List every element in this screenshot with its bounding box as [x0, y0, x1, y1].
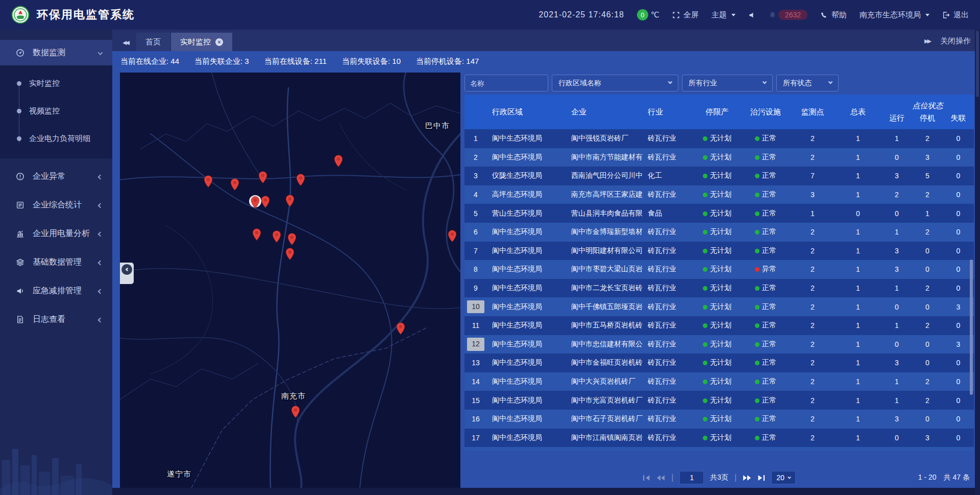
- table-row[interactable]: 13阆中生态环境局阆中市金福旺页岩机砖砖瓦行业无计划正常21300: [464, 353, 974, 372]
- map-marker-pin-icon[interactable]: [252, 228, 261, 241]
- cell-limit-status: 无计划: [694, 340, 741, 349]
- status-select[interactable]: 所有状态: [776, 75, 839, 91]
- cell-region: 阆中生态环境局: [487, 153, 566, 162]
- table-row[interactable]: 2阆中生态环境局阆中市南方节能建材有砖瓦行业无计划正常21030: [464, 148, 974, 167]
- table-row[interactable]: 5营山生态环境局营山县润丰肉食品有限食品无计划正常10010: [464, 204, 974, 223]
- map-marker-pin-icon[interactable]: [291, 406, 300, 418]
- map-marker-pin-icon[interactable]: [396, 322, 405, 335]
- cell-limit-status: 无计划: [694, 265, 741, 274]
- map-marker-pin-icon[interactable]: [296, 174, 305, 186]
- tab-close-icon[interactable]: ×: [215, 38, 223, 46]
- cell-points: 2: [791, 247, 835, 255]
- chevron-down-icon: [925, 14, 929, 16]
- map-marker-pin-icon[interactable]: [251, 196, 260, 209]
- close-operations-button[interactable]: 关闭操作: [940, 36, 971, 46]
- table-row[interactable]: 17阆中生态环境局阆中市江南镇阆南页岩砖瓦行业无计划正常21030: [464, 429, 974, 447]
- map-marker-pin-icon[interactable]: [204, 175, 213, 188]
- sidebar-collapse-button[interactable]: [120, 263, 134, 284]
- help-button[interactable]: 帮助: [820, 10, 847, 20]
- cell-meters: 1: [835, 191, 881, 199]
- org-dropdown[interactable]: 南充市生态环境局: [860, 10, 929, 20]
- table-row[interactable]: 1阆中生态环境局阆中强锐页岩砖厂砖瓦行业无计划正常21120: [464, 129, 974, 148]
- sidebar-subitem-企业电力负荷明细[interactable]: 企业电力负荷明细: [0, 125, 112, 152]
- map-panel[interactable]: 巴中市南充市遂宁市: [120, 73, 460, 488]
- industry-select[interactable]: 所有行业: [682, 75, 773, 91]
- status-dot-green: [703, 380, 707, 384]
- map-marker-pin-icon[interactable]: [287, 233, 297, 246]
- status-dot-green: [703, 230, 707, 234]
- mute-button[interactable]: [748, 11, 756, 19]
- table-row[interactable]: 15阆中生态环境局阆中市光富页岩机砖厂砖瓦行业无计划正常21120: [464, 391, 974, 410]
- tab-实时监控[interactable]: 实时监控×: [171, 33, 232, 51]
- table-row[interactable]: 12阆中生态环境局阆中市忠信建材有限公砖瓦行业无计划正常21003: [464, 335, 974, 354]
- page-size-select[interactable]: 20: [771, 471, 796, 484]
- table-row[interactable]: 18南部生态环境局南部县双佳水泥有限公建材加工无计划正常50050: [464, 447, 974, 451]
- map-marker-pin-icon[interactable]: [261, 196, 270, 208]
- map-marker-pin-icon[interactable]: [285, 195, 295, 207]
- page-number-input[interactable]: [679, 471, 704, 484]
- prev-page-button[interactable]: [656, 475, 665, 481]
- cell-region: 阆中生态环境局: [487, 396, 566, 405]
- cell-facility-status: 正常: [741, 246, 791, 255]
- cell-region: 营山生态环境局: [487, 209, 566, 218]
- sidebar-item-日志查看[interactable]: 日志查看: [0, 307, 112, 332]
- cell-lost: 0: [943, 172, 974, 180]
- tabs-scroll-right-icon[interactable]: ▶▶: [924, 38, 930, 44]
- table-scrollbar[interactable]: [970, 260, 973, 395]
- fullscreen-button[interactable]: 全屏: [672, 10, 699, 20]
- status-dot-green: [703, 436, 707, 440]
- phone-icon: [820, 11, 828, 19]
- cell-lost: 0: [943, 321, 974, 329]
- theme-dropdown[interactable]: 主题: [712, 10, 736, 20]
- map-marker-pin-icon[interactable]: [230, 178, 239, 191]
- col-industry: 行业: [643, 95, 694, 129]
- pager-divider: |: [734, 473, 737, 482]
- table-row[interactable]: 11阆中生态环境局阆中市五马桥页岩机砖砖瓦行业无计划正常21120: [464, 316, 974, 335]
- table-row[interactable]: 8阆中生态环境局阆中市枣碧大梁山页岩砖瓦行业无计划异常21300: [464, 260, 974, 279]
- cell-halt: 0: [912, 303, 943, 311]
- cell-lost: 0: [943, 378, 974, 386]
- row-index: 6: [464, 228, 487, 236]
- cell-limit-status: 无计划: [694, 302, 741, 312]
- megaphone-icon: [15, 286, 24, 295]
- chevron-down-icon: [828, 79, 832, 83]
- map-marker-pin-icon[interactable]: [448, 230, 457, 243]
- tabs-scroll-left-icon[interactable]: ◀◀: [122, 39, 128, 46]
- last-page-button[interactable]: [757, 475, 765, 481]
- status-dot-green: [755, 155, 760, 160]
- table-row[interactable]: 16阆中生态环境局阆中市石子页岩机砖厂砖瓦行业无计划正常21300: [464, 410, 974, 429]
- tab-首页[interactable]: 首页: [136, 33, 170, 51]
- region-select[interactable]: 行政区域名称: [552, 75, 678, 91]
- sidebar-item-应急减排管理[interactable]: 应急减排管理: [0, 278, 112, 303]
- sidebar-item-基础数据管理[interactable]: 基础数据管理: [0, 249, 112, 275]
- row-index: 5: [464, 209, 487, 218]
- table-row[interactable]: 4高坪生态环境局南充市高坪区王家店建砖瓦行业无计划正常31220: [464, 185, 974, 204]
- row-index: 3: [464, 172, 487, 180]
- notifications-widget[interactable]: 2632: [769, 10, 807, 20]
- sidebar-item-企业综合统计[interactable]: 企业综合统计: [0, 192, 112, 218]
- sidebar-item-数据监测[interactable]: 数据监测: [0, 40, 112, 65]
- table-row[interactable]: 10阆中生态环境局阆中千佛镇五郎垭页岩砖瓦行业无计划正常21003: [464, 297, 974, 316]
- table-row[interactable]: 14阆中生态环境局阆中大兴页岩机砖厂砖瓦行业无计划正常21120: [464, 372, 974, 391]
- cell-limit-status: 无计划: [694, 190, 741, 199]
- table-row[interactable]: 3仪陇生态环境局西南油气田分公司川中化工无计划正常71350: [464, 167, 974, 185]
- name-search-input[interactable]: [464, 75, 548, 91]
- chevron-down-icon: [763, 79, 767, 83]
- table-row[interactable]: 7阆中生态环境局阆中明阳建材有限公司砖瓦行业无计划正常21300: [464, 242, 974, 261]
- next-page-button[interactable]: [743, 475, 751, 481]
- map-marker-pin-icon[interactable]: [285, 248, 295, 261]
- map-marker-pin-icon[interactable]: [334, 155, 343, 168]
- map-marker-pin-icon[interactable]: [272, 230, 281, 243]
- logout-button[interactable]: 退出: [942, 10, 969, 20]
- sidebar-subitem-视频监控[interactable]: 视频监控: [0, 97, 112, 125]
- first-page-button[interactable]: [643, 475, 650, 481]
- sidebar-item-企业异常[interactable]: 企业异常: [0, 163, 112, 189]
- cell-meters: 1: [835, 153, 881, 161]
- sidebar-subitem-实时监控[interactable]: 实时监控: [0, 69, 112, 97]
- top-bar: 环保用电监管系统 2021-02-25 17:46:18 0 ℃ 全屏 主题: [0, 0, 980, 30]
- page-scrollbar[interactable]: [975, 30, 980, 495]
- table-row[interactable]: 9阆中生态环境局阆中市二龙长宝页岩砖砖瓦行业无计划正常21120: [464, 279, 974, 298]
- table-row[interactable]: 6阆中生态环境局阆中市金博瑞新型墙材砖瓦行业无计划正常21120: [464, 223, 974, 242]
- sidebar-item-企业用电量分析[interactable]: 企业用电量分析: [0, 221, 112, 246]
- map-marker-pin-icon[interactable]: [258, 171, 267, 184]
